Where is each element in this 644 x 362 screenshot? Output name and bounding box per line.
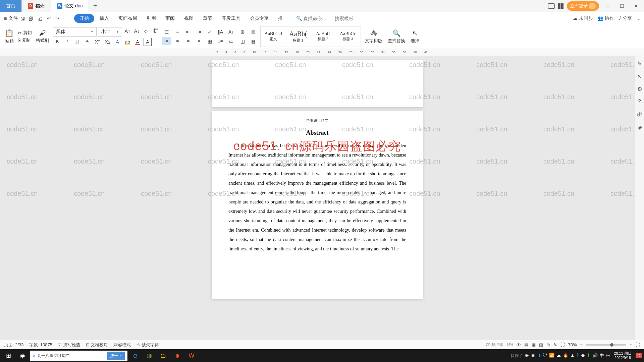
page-indicator[interactable]: 页面: 2/33 xyxy=(4,342,24,348)
style-heading1[interactable]: AaBb(标题 1 xyxy=(286,27,310,46)
new-tab-button[interactable]: + xyxy=(89,2,101,10)
format-painter-button[interactable]: 🖌 格式刷 xyxy=(35,29,50,44)
document-canvas[interactable]: 毕业设计论文 Abstract Information data has bee… xyxy=(0,56,635,349)
copy-button[interactable]: ⎘复制 xyxy=(18,37,32,43)
zoom-level[interactable]: 70% xyxy=(568,342,577,347)
tray-icon[interactable]: ▲ xyxy=(570,353,575,359)
char-border-button[interactable]: A xyxy=(144,38,152,46)
subscript-button[interactable]: X₂ xyxy=(103,38,111,46)
menu-tab-references[interactable]: 引用 xyxy=(143,14,160,23)
align-right-button[interactable]: ≡ xyxy=(184,37,193,45)
eye-icon[interactable]: 👁 xyxy=(517,342,521,347)
decrease-font-icon[interactable]: A↓ xyxy=(133,27,141,35)
proofread-button[interactable]: ⊡ 文档校对 xyxy=(86,342,108,348)
browser-icon[interactable]: ◍ xyxy=(143,349,156,362)
search-command-input[interactable] xyxy=(303,16,333,21)
start-button[interactable]: ⊞ xyxy=(2,349,15,362)
taskbar-clock[interactable]: 20:11 周日 2022/9/18 xyxy=(612,351,634,360)
strikethrough-button[interactable]: A xyxy=(83,38,91,46)
minimize-button[interactable]: ─ xyxy=(602,1,613,11)
borders-button[interactable]: ▤ xyxy=(249,28,258,36)
menu-tab-view[interactable]: 视图 xyxy=(180,14,198,23)
superscript-button[interactable]: X² xyxy=(93,38,101,46)
search-template-input[interactable] xyxy=(335,16,365,21)
undo-icon[interactable]: ↶ xyxy=(45,15,53,22)
ie-taskbar-icon[interactable]: e xyxy=(129,349,142,362)
menu-tab-insert[interactable]: 插入 xyxy=(96,14,113,23)
menu-tab-more[interactable]: 推 xyxy=(274,14,287,23)
fullscreen-icon[interactable]: ⛶ xyxy=(636,342,640,347)
explorer-icon[interactable]: 🗀 xyxy=(157,349,170,362)
tray-icon[interactable]: 📶 xyxy=(549,353,554,359)
italic-button[interactable]: I xyxy=(63,38,71,46)
file-menu[interactable]: 文件 xyxy=(8,15,18,21)
assistant-icon[interactable]: ◈ xyxy=(636,124,643,131)
menu-tab-review[interactable]: 审阅 xyxy=(161,14,179,23)
app1-icon[interactable]: ☻ xyxy=(171,349,184,362)
style-heading3[interactable]: AaBbCc标题 3 xyxy=(336,27,360,46)
horizontal-ruler[interactable]: 24681012141618202224262830323436384042 xyxy=(0,48,644,56)
align-center-button[interactable]: ≡ xyxy=(173,37,182,45)
distribute-button[interactable]: ▦ xyxy=(205,37,214,45)
font-size-select[interactable]: 小二▼ xyxy=(98,27,122,37)
web-view-icon[interactable]: ⊕ xyxy=(546,342,550,347)
text-effects-button[interactable]: A xyxy=(113,38,121,46)
cursor2-icon[interactable]: ↖ xyxy=(636,73,643,80)
zoom-out-button[interactable]: − xyxy=(580,342,583,347)
tray-icon[interactable]: 🛡 xyxy=(543,353,547,359)
shading-button[interactable]: ▭ xyxy=(227,37,235,45)
taskbar-search-input[interactable] xyxy=(72,353,105,358)
outline-view-icon[interactable]: ▥ xyxy=(539,342,543,347)
chevron-down-icon[interactable]: ⌄ xyxy=(637,16,641,21)
tab-stops-button[interactable]: ⊞ xyxy=(238,28,247,36)
zoom-in-button[interactable]: + xyxy=(630,342,632,347)
tray-icon[interactable]: ◨ xyxy=(537,353,541,359)
cortana-icon[interactable]: ◉ xyxy=(16,349,29,362)
tray-icon[interactable]: ☁ xyxy=(556,353,561,359)
collaborate-button[interactable]: 👥 协作 xyxy=(598,15,614,21)
menu-tab-member[interactable]: 会员专享 xyxy=(246,14,273,23)
menu-tab-start[interactable]: 开始 xyxy=(74,14,94,23)
tray-icon[interactable]: 🔥 xyxy=(563,353,568,359)
close-button[interactable]: ✕ xyxy=(631,1,641,11)
bluetooth-icon[interactable]: ᛒ xyxy=(577,353,579,359)
tray-icon[interactable]: ▣ xyxy=(531,353,535,359)
read-view-icon[interactable]: ▤ xyxy=(524,342,528,347)
style-heading2[interactable]: AaBbC标题 2 xyxy=(311,27,335,46)
style-normal[interactable]: AaBbCcI正文 xyxy=(261,27,285,46)
font-color-button[interactable]: A xyxy=(133,38,142,46)
tray-icon[interactable]: ⬇ xyxy=(587,353,590,359)
fit-width-icon[interactable]: ⛶ xyxy=(560,342,565,347)
help-icon[interactable]: ? xyxy=(636,99,643,105)
tray-icon[interactable]: ◉ xyxy=(525,353,529,359)
text-layout-button[interactable]: ⁂文字排版 xyxy=(364,29,384,44)
taskbar-search-button[interactable]: 搜一下 xyxy=(107,352,125,360)
notification-button[interactable]: 12 xyxy=(636,353,642,358)
highlight-button[interactable]: ab xyxy=(123,38,131,46)
menu-tab-devtools[interactable]: 开发工具 xyxy=(218,14,245,23)
taskbar-search[interactable]: e 九一八事变91周年 搜一下 xyxy=(30,351,127,361)
maximize-button[interactable]: ☐ xyxy=(616,1,627,11)
tab-home[interactable]: 首页 xyxy=(0,0,22,12)
shading2-button[interactable]: ◫ xyxy=(238,37,247,45)
decrease-indent-button[interactable]: ⇤ xyxy=(184,28,193,36)
hamburger-icon[interactable]: ≡ xyxy=(3,15,7,22)
table-button[interactable]: ▦ xyxy=(249,37,258,45)
menu-tab-layout[interactable]: 页面布局 xyxy=(114,14,141,23)
line-spacing2-button[interactable]: ↕≡ xyxy=(216,37,225,45)
tray-icon[interactable]: ◆ xyxy=(581,353,585,359)
window-layout-icon[interactable] xyxy=(548,3,555,9)
sort-button[interactable]: A↓ xyxy=(227,28,235,36)
page-view-icon[interactable]: ▦ xyxy=(532,342,536,347)
app-grid-icon[interactable] xyxy=(558,3,564,9)
print-icon[interactable]: 🖨 xyxy=(37,15,44,22)
volume-icon[interactable]: 🔊 xyxy=(592,353,598,359)
underline-button[interactable]: U xyxy=(73,38,81,46)
line-spacing-button[interactable]: ‖A xyxy=(216,28,225,36)
tray-icon[interactable]: ◎ xyxy=(606,353,610,359)
pen-icon[interactable]: ✎ xyxy=(636,60,643,67)
align-justify-button[interactable]: ≡ xyxy=(195,37,203,45)
translate-icon[interactable]: ㊥ xyxy=(636,111,643,118)
find-replace-button[interactable]: 🔍查找替换 xyxy=(386,29,407,44)
cut-button[interactable]: ✂剪切 xyxy=(18,30,32,36)
